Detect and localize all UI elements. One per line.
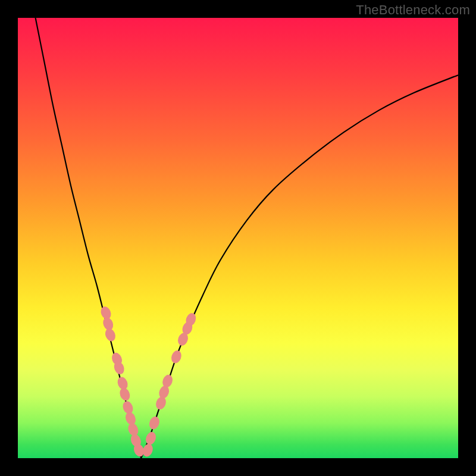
- bead-left-6: [118, 387, 131, 402]
- beads-group: [99, 305, 198, 458]
- plot-area: [18, 18, 458, 458]
- bead-right-2: [148, 415, 161, 431]
- chart-svg: [18, 18, 458, 458]
- chart-frame: TheBottleneck.com: [0, 0, 476, 476]
- bead-right-6: [170, 349, 183, 365]
- bead-left-2: [104, 327, 117, 343]
- curve-right-branch: [141, 75, 458, 458]
- watermark-text: TheBottleneck.com: [356, 2, 470, 18]
- bead-right-0: [141, 443, 155, 458]
- bead-right-1: [144, 431, 158, 446]
- curves-group: [36, 18, 458, 458]
